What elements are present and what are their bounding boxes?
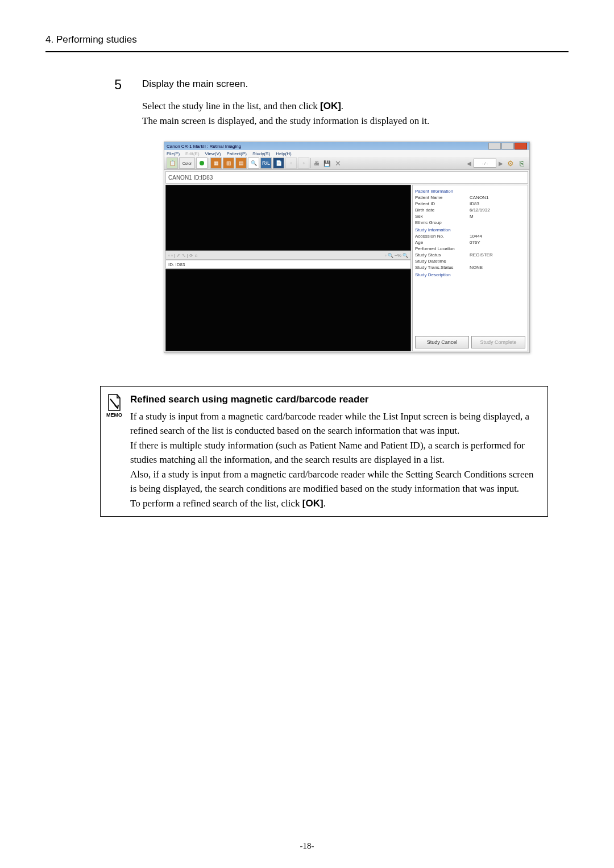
layout-3-icon[interactable]: ▤: [235, 157, 247, 169]
close-icon[interactable]: [515, 143, 527, 149]
menu-view[interactable]: View(V): [205, 151, 221, 156]
v-location: [470, 246, 525, 251]
print-icon[interactable]: 🖶: [312, 159, 321, 168]
k-location: Performed Location: [415, 246, 470, 251]
menu-file[interactable]: File(F): [167, 151, 180, 156]
study-desc-header: Study Description: [415, 272, 525, 277]
memo-label: MEMO: [106, 412, 122, 420]
k-patient-id: Patient ID: [415, 201, 470, 206]
patient-info-header: Patient Information: [415, 189, 525, 194]
separator: [310, 158, 311, 168]
v-ethnic: [470, 220, 525, 225]
window-controls: [488, 143, 527, 149]
text: To perform a refined search of the list,…: [130, 498, 302, 509]
chapter-heading: 4. Performing studies: [45, 34, 569, 52]
memo-p4: To perform a refined search of the list,…: [130, 496, 536, 511]
k-status: Study Status: [415, 252, 470, 258]
memo-p1: If a study is input from a magnetic card…: [130, 409, 536, 438]
memo-p3: Also, if a study is input from a magneti…: [130, 467, 536, 496]
minimize-icon[interactable]: [488, 143, 501, 149]
menu-study[interactable]: Study(S): [252, 151, 270, 156]
ok-label: [OK]: [302, 498, 323, 509]
v-datetime: [470, 259, 525, 264]
text: Select the study line in the list, and t…: [142, 101, 320, 111]
settings-icon[interactable]: ⚙: [505, 158, 516, 168]
memo-box: MEMO Refined search using magnetic card/…: [100, 386, 548, 517]
step-text-2: The main screen is displayed, and the st…: [142, 114, 551, 128]
memo-icon: [107, 393, 122, 412]
k-datetime: Study Datetime: [415, 259, 470, 264]
v-trans: NONE: [470, 265, 525, 270]
thumb-zoom-icon[interactable]: ▫ 🔍 −% 🔍: [385, 253, 408, 258]
thumbnail-viewer[interactable]: [165, 269, 411, 351]
k-birth: Birth date: [415, 207, 470, 213]
next-icon[interactable]: ▶: [497, 160, 504, 167]
text: .: [341, 101, 343, 111]
v-patient-name: CANON1: [470, 195, 525, 200]
delete-icon[interactable]: ✕: [333, 158, 343, 168]
study-complete-button: Study Complete: [471, 336, 525, 348]
patient-id-bar: CANON1 ID:ID83: [165, 171, 528, 184]
separator: [209, 158, 209, 168]
window-title: Canon CR-1 MarkII : Retinal Imaging: [167, 144, 241, 149]
prev-icon[interactable]: ◀: [466, 160, 472, 167]
k-age: Age: [415, 240, 470, 245]
image-viewer[interactable]: [165, 185, 411, 251]
k-ethnic: Ethnic Group: [415, 220, 470, 225]
info-panel: Patient Information Patient NameCANON1 P…: [412, 185, 528, 351]
v-birth: 6/12/1932: [470, 207, 525, 213]
tool-worklist-icon[interactable]: 📋: [167, 157, 178, 169]
step-title: Display the main screen.: [142, 78, 551, 90]
v-status: REGISTER: [470, 252, 525, 258]
k-sex: Sex: [415, 214, 470, 219]
ok-label: [OK]: [320, 101, 341, 111]
save-icon[interactable]: 💾: [322, 159, 331, 168]
tool-rl-icon[interactable]: R/L: [260, 157, 272, 169]
app-screenshot: Canon CR-1 MarkII : Retinal Imaging File…: [164, 142, 530, 353]
v-accession: 10444: [470, 234, 525, 239]
step-text-1: Select the study line in the list, and t…: [142, 99, 551, 114]
k-accession: Accession No.: [415, 234, 470, 239]
tool-color-button[interactable]: Color: [179, 157, 195, 169]
layout-2-icon[interactable]: ▥: [223, 157, 234, 169]
memo-p2: If there is multiple study information (…: [130, 438, 536, 467]
tool-disabled-1-icon: ▫: [285, 157, 297, 169]
tool-record-icon[interactable]: [196, 157, 208, 169]
menu-help[interactable]: Help(H): [276, 151, 292, 156]
step-number: 5: [111, 78, 122, 373]
k-trans: Study Trans.Status: [415, 265, 470, 270]
memo-title: Refined search using magnetic card/barco…: [130, 392, 536, 407]
menu-patient[interactable]: Patient(P): [226, 151, 247, 156]
magnifier-icon[interactable]: 🔍: [248, 157, 259, 169]
v-patient-id: ID83: [470, 201, 525, 206]
text: .: [323, 498, 326, 509]
maximize-icon[interactable]: [501, 143, 514, 149]
page-number: -18-: [0, 841, 614, 851]
v-age: 076Y: [470, 240, 525, 245]
study-info-header: Study Information: [415, 227, 525, 232]
tool-disabled-2-icon: ▫: [298, 157, 309, 169]
thumb-id-bar: ID: ID83: [165, 260, 411, 269]
layout-1-icon[interactable]: ▦: [210, 157, 222, 169]
k-patient-name: Patient Name: [415, 195, 470, 200]
thumb-tool-icon[interactable]: ▫ ▫ | ⤢ ⤡ | ⟳ ⌂: [168, 253, 197, 258]
nav-counter: - / -: [474, 159, 496, 168]
study-cancel-button[interactable]: Study Cancel: [415, 336, 469, 348]
tool-notes-icon[interactable]: 📄: [273, 157, 284, 169]
v-sex: M: [470, 214, 525, 219]
menu-edit[interactable]: Edit(E): [185, 151, 199, 156]
exit-icon[interactable]: ⎘: [517, 158, 527, 168]
